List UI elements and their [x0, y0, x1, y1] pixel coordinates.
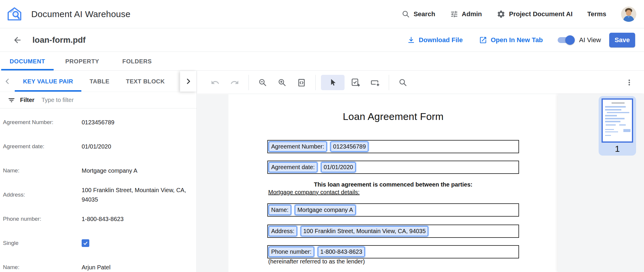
kv-label: Name:: [3, 167, 82, 174]
filter-label: Filter: [20, 97, 34, 103]
kv-label: Name:: [3, 264, 82, 271]
entity-key-highlight[interactable]: Agreement date:: [269, 162, 317, 172]
pdf-page: Loan Agreement Form This loan agreement …: [228, 94, 558, 272]
select-tool-button[interactable]: [321, 75, 345, 90]
cursor-arrow-icon: [328, 78, 337, 87]
kv-value: 0123456789: [82, 118, 114, 127]
download-file-button[interactable]: Download File: [407, 36, 463, 44]
entity-key-highlight[interactable]: Phone number:: [269, 247, 314, 257]
entity-value-highlight[interactable]: 100 Franklin Street, Mountain View, CA, …: [301, 226, 428, 236]
subtab-key-value-pair[interactable]: KEY VALUE PAIR: [15, 71, 81, 92]
nav-terms-label: Terms: [587, 10, 606, 18]
add-checkbox-icon: [351, 78, 360, 87]
document-bar: loan-form.pdf Download File Open In New …: [0, 29, 644, 52]
fit-page-icon: [297, 78, 306, 87]
app-logo-icon: [5, 6, 24, 23]
ai-view-label: AI View: [579, 36, 601, 44]
tune-icon: [450, 10, 458, 18]
entity-value-highlight[interactable]: Mortgage company A: [295, 205, 356, 215]
nav-admin[interactable]: Admin: [450, 10, 482, 18]
kv-label: Agreement Number:: [3, 119, 82, 126]
filter-icon: [8, 96, 15, 104]
header-nav: Search Admin Project Document AI Terms: [402, 6, 644, 22]
app-title: Document AI Warehouse: [31, 9, 131, 19]
subtab-text-block[interactable]: TEXT BLOCK: [118, 71, 173, 92]
main-tabs: DOCUMENT PROPERTY FOLDERS: [0, 52, 644, 71]
gear-icon: [497, 10, 505, 19]
redo-button[interactable]: [226, 75, 243, 90]
entity-value-highlight[interactable]: 1-800-843-8623: [318, 247, 365, 257]
document-filename: loan-form.pdf: [32, 35, 85, 45]
tab-folders[interactable]: FOLDERS: [110, 52, 164, 70]
page-thumbnail-panel: 1: [558, 94, 644, 272]
subtab-table[interactable]: TABLE: [81, 71, 118, 92]
undo-button[interactable]: [207, 75, 224, 90]
search-icon: [402, 10, 410, 18]
pdf-page-title: Loan Agreement Form: [228, 111, 558, 122]
extraction-panel: KEY VALUE PAIR TABLE TEXT BLOCK Filter A…: [0, 71, 197, 272]
kv-row[interactable]: Name: Arjun Patel: [0, 255, 197, 272]
kv-label: Agreement date:: [3, 143, 82, 150]
chevron-left-icon: [4, 78, 11, 85]
user-avatar[interactable]: [621, 6, 636, 22]
document-canvas[interactable]: Loan Agreement Form This loan agreement …: [197, 94, 558, 272]
form-field-row: Name: Mortgage company A: [267, 203, 519, 217]
extraction-subtabs: KEY VALUE PAIR TABLE TEXT BLOCK: [0, 71, 197, 92]
entity-key-highlight[interactable]: Name:: [269, 205, 291, 215]
avatar-image: [621, 6, 636, 22]
kv-row[interactable]: Agreement date: 01/01/2020: [0, 134, 197, 159]
find-in-document-button[interactable]: [394, 75, 411, 90]
open-in-new-tab-label: Open In New Tab: [491, 36, 543, 44]
zoom-in-icon: [278, 78, 286, 87]
back-button[interactable]: [11, 34, 24, 46]
viewer-more-button[interactable]: [623, 75, 636, 90]
toolbar-divider: [389, 75, 389, 90]
fit-page-button[interactable]: [293, 75, 310, 90]
kv-row[interactable]: Single: [0, 231, 197, 255]
form-field-row: Address: 100 Franklin Street, Mountain V…: [267, 225, 519, 238]
nav-project[interactable]: Project Document AI: [497, 10, 573, 19]
entity-key-highlight[interactable]: Address:: [269, 226, 297, 236]
nav-search[interactable]: Search: [402, 10, 435, 18]
document-actions: Download File Open In New Tab AI View Sa…: [407, 33, 644, 47]
pdf-footer-note: (hereinafter referred to as the lender): [268, 258, 365, 265]
kv-value: 1-800-843-8623: [82, 214, 123, 224]
zoom-out-icon: [258, 78, 267, 87]
kv-row[interactable]: Phone number: 1-800-843-8623: [0, 207, 197, 231]
subtabs-prev-button[interactable]: [0, 71, 15, 92]
kv-row[interactable]: Name: Mortgage company A: [0, 159, 197, 183]
tab-property[interactable]: PROPERTY: [55, 52, 110, 70]
pdf-intro-underlined: Mortgage company contact details:: [268, 189, 360, 196]
entity-value-highlight[interactable]: 0123456789: [330, 141, 368, 152]
app-header: Document AI Warehouse Search Admin Pro: [0, 0, 644, 28]
save-button[interactable]: Save: [609, 33, 635, 47]
zoom-in-button[interactable]: [274, 75, 291, 90]
add-checkbox-tool-button[interactable]: [347, 75, 364, 90]
tab-document[interactable]: DOCUMENT: [0, 52, 55, 70]
nav-search-label: Search: [414, 10, 435, 18]
kv-value: 01/01/2020: [82, 142, 111, 151]
nav-admin-label: Admin: [462, 10, 482, 18]
entity-value-highlight[interactable]: 01/01/2020: [321, 162, 356, 172]
open-in-new-tab-button[interactable]: Open In New Tab: [479, 36, 543, 44]
kv-label: Single: [3, 240, 82, 246]
kv-row[interactable]: Address: 100 Franklin Street, Mountain V…: [0, 183, 197, 207]
ai-view-toggle[interactable]: [558, 35, 575, 45]
subtabs-next-button[interactable]: [180, 71, 197, 92]
toolbar-divider: [248, 75, 249, 90]
form-field-row: Agreement Number: 0123456789: [267, 140, 519, 153]
filter-input[interactable]: [42, 97, 154, 103]
kv-label: Phone number:: [3, 216, 82, 222]
entity-key-highlight[interactable]: Agreement Number:: [269, 141, 327, 152]
page-thumbnail[interactable]: 1: [599, 96, 636, 156]
add-text-field-tool-button[interactable]: [366, 75, 383, 90]
nav-terms[interactable]: Terms: [587, 10, 606, 18]
check-icon: [83, 240, 88, 246]
kv-row[interactable]: Agreement Number: 0123456789: [0, 110, 197, 134]
pdf-viewer: Loan Agreement Form This loan agreement …: [197, 71, 644, 272]
kv-checkbox[interactable]: [82, 239, 89, 247]
download-icon: [407, 36, 415, 44]
page-thumbnail-preview: [602, 98, 633, 143]
zoom-out-button[interactable]: [254, 75, 271, 90]
find-icon: [398, 78, 407, 87]
